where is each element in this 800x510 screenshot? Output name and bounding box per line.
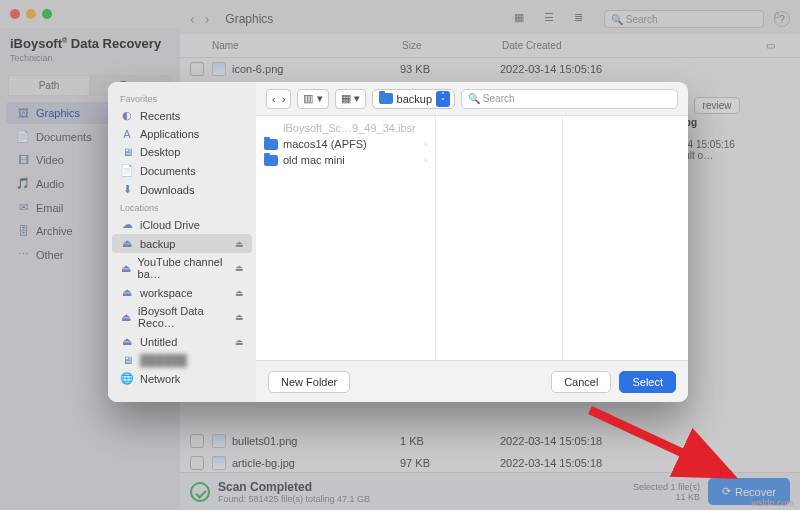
favorites-header: Favorites <box>112 90 252 106</box>
eject-icon[interactable]: ⏏ <box>235 239 244 249</box>
eject-icon[interactable]: ⏏ <box>235 263 244 273</box>
sidebar-loc-item[interactable]: ⏏backup⏏ <box>112 234 252 253</box>
drive-icon: ⏏ <box>120 237 134 250</box>
drive-icon: ☁ <box>120 218 134 231</box>
drive-icon: ⏏ <box>120 286 134 299</box>
sidebar-icon: ⬇ <box>120 183 134 196</box>
eject-icon[interactable]: ⏏ <box>235 312 244 322</box>
sidebar-loc-item[interactable]: ⏏workspace⏏ <box>112 283 252 302</box>
sheet-group-icon[interactable]: ▦ ▾ <box>335 89 366 109</box>
drive-icon: ⏏ <box>120 311 132 324</box>
location-popup[interactable]: backup ˄˅ <box>372 89 455 109</box>
cancel-button[interactable]: Cancel <box>551 371 611 393</box>
eject-icon[interactable]: ⏏ <box>235 288 244 298</box>
drive-icon: ⏏ <box>120 335 134 348</box>
folder-icon <box>379 93 393 104</box>
sidebar-fav-recents[interactable]: ◐Recents <box>112 106 252 125</box>
drive-icon: 🖥 <box>120 354 134 366</box>
column-item: iBoysoft_Sc…9_49_34.ibsr <box>256 120 435 136</box>
sidebar-fav-documents[interactable]: 📄Documents <box>112 161 252 180</box>
save-sheet: Favorites ◐RecentsAApplications🖥Desktop📄… <box>108 82 688 402</box>
eject-icon[interactable]: ⏏ <box>235 337 244 347</box>
sidebar-loc-item[interactable]: ⏏Untitled⏏ <box>112 332 252 351</box>
watermark: wsldn.com <box>751 498 794 508</box>
sidebar-icon: 📄 <box>120 164 134 177</box>
sidebar-icon: ◐ <box>120 109 134 122</box>
column-item[interactable]: old mac mini› <box>256 152 435 168</box>
sidebar-loc-item[interactable]: ⏏iBoysoft Data Reco…⏏ <box>112 302 252 332</box>
column-item[interactable]: macos14 (APFS)› <box>256 136 435 152</box>
select-button[interactable]: Select <box>619 371 676 393</box>
sidebar-loc-item[interactable]: ⏏YouTube channel ba…⏏ <box>112 253 252 283</box>
sidebar-loc-item[interactable]: 🌐Network <box>112 369 252 388</box>
sheet-search-input[interactable]: 🔍 Search <box>461 89 678 109</box>
sidebar-loc-item[interactable]: 🖥██████ <box>112 351 252 369</box>
locations-header: Locations <box>112 199 252 215</box>
chevron-right-icon: › <box>424 155 427 165</box>
chevron-right-icon: › <box>424 139 427 149</box>
sidebar-icon: A <box>120 128 134 140</box>
sidebar-fav-downloads[interactable]: ⬇Downloads <box>112 180 252 199</box>
sidebar-icon: 🖥 <box>120 146 134 158</box>
folder-icon <box>264 139 278 150</box>
sidebar-fav-desktop[interactable]: 🖥Desktop <box>112 143 252 161</box>
sidebar-loc-item[interactable]: ☁iCloud Drive <box>112 215 252 234</box>
sheet-nav-back-fwd[interactable]: ‹ › <box>266 89 291 109</box>
drive-icon: ⏏ <box>120 262 132 275</box>
sidebar-fav-applications[interactable]: AApplications <box>112 125 252 143</box>
new-folder-button[interactable]: New Folder <box>268 371 350 393</box>
drive-icon: 🌐 <box>120 372 134 385</box>
popup-carets-icon: ˄˅ <box>436 91 450 107</box>
folder-icon <box>264 155 278 166</box>
sheet-view-columns[interactable]: ▥ ▾ <box>297 89 328 109</box>
